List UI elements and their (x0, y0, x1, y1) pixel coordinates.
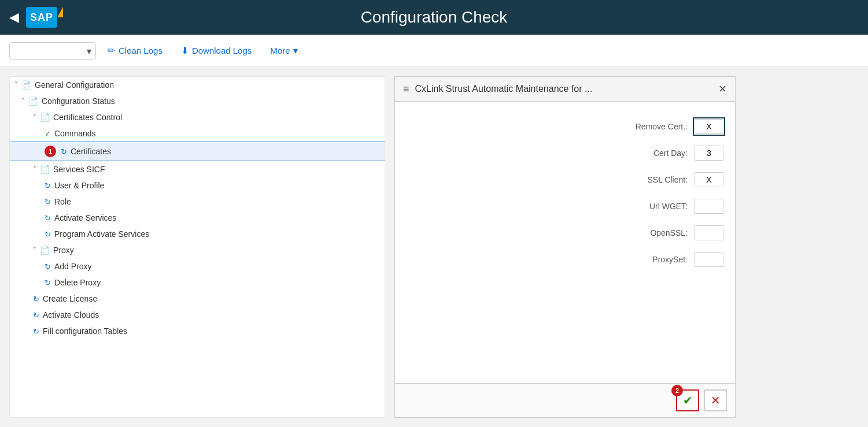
system-select-wrapper (9, 42, 96, 60)
tree-item-user-profile[interactable]: ↻ User & Profile (10, 177, 385, 194)
tree-label: Add Proxy (54, 262, 92, 271)
badge-1: 1 (45, 146, 56, 157)
field-input-openssl[interactable] (695, 225, 723, 240)
chevron-icon: ˅ (33, 113, 36, 121)
back-button[interactable]: ◀ (9, 10, 19, 25)
field-input-proxyset[interactable] (695, 252, 723, 267)
tree-item-add-proxy[interactable]: ↻ Add Proxy (10, 258, 385, 274)
tree-panel: ˅ 📄 General Configuration ˅ 📄 Configurat… (9, 76, 385, 418)
tree-label: Fill configuration Tables (43, 326, 127, 336)
clock-icon: ↻ (45, 279, 51, 287)
clock-icon: ↻ (45, 230, 51, 239)
tree-label: Proxy (53, 246, 74, 255)
toolbar: ✏ Clean Logs ⬇ Download Logs More ▾ (0, 35, 868, 67)
folder-icon: 📄 (40, 113, 50, 122)
download-logs-icon: ⬇ (181, 45, 189, 56)
tree-label: Role (54, 197, 71, 206)
tree-label: Services SICF (53, 165, 105, 174)
tree-item-cert-control[interactable]: ˅ 📄 Certificates Control (10, 109, 385, 125)
tree-label: Commands (54, 129, 96, 138)
form-row-remove-cert: Remove Cert.: (407, 119, 723, 134)
tree-label: Program Activate Services (54, 229, 149, 239)
tree-item-commands[interactable]: ✓ Commands (10, 125, 385, 142)
tree-label: Certificates (71, 147, 111, 156)
form-row-proxyset: ProxySet: (407, 252, 723, 267)
dialog-footer: 2 ✔ ✕ (395, 383, 735, 417)
cancel-icon: ✕ (711, 393, 721, 407)
tree-item-activate-services[interactable]: ↻ Activate Services (10, 210, 385, 226)
dialog-header: ≡ CxLink Strust Automatic Maintenance fo… (395, 77, 735, 102)
tree-label: Create License (43, 294, 97, 303)
download-logs-label: Download Logs (192, 46, 252, 55)
tree-label: User & Profile (54, 181, 104, 190)
field-input-remove-cert[interactable] (695, 119, 723, 134)
tree-item-certificates[interactable]: 1 ↻ Certificates (10, 142, 385, 161)
confirm-button[interactable]: 2 ✔ (676, 389, 699, 411)
tree-item-config-status[interactable]: ˅ 📄 Configuration Status (10, 93, 385, 109)
folder-icon: 📄 (28, 96, 38, 106)
confirm-icon: ✔ (683, 393, 693, 407)
form-row-cert-day: Cert Day: (407, 146, 723, 161)
field-input-url-wget[interactable] (695, 199, 723, 214)
form-row-ssl-client: SSL Client: (407, 172, 723, 187)
tree-label: Activate Services (54, 213, 116, 222)
tree-item-fill-config-tables[interactable]: ↻ Fill configuration Tables (10, 323, 385, 339)
folder-icon: 📄 (40, 165, 50, 174)
chevron-icon: ˅ (33, 165, 36, 173)
clock-icon: ↻ (33, 295, 39, 303)
tree-item-delete-proxy[interactable]: ↻ Delete Proxy (10, 274, 385, 291)
form-row-openssl: OpenSSL: (407, 225, 723, 240)
tree-label: Delete Proxy (54, 278, 101, 287)
tree-item-proxy[interactable]: ˅ 📄 Proxy (10, 242, 385, 258)
more-button[interactable]: More ▾ (263, 42, 305, 60)
cancel-button[interactable]: ✕ (704, 389, 727, 411)
field-input-ssl-client[interactable] (695, 172, 723, 187)
chevron-icon: ˅ (14, 81, 18, 89)
tree-item-services-sicf[interactable]: ˅ 📄 Services SICF (10, 161, 385, 177)
clock-icon: ↻ (45, 214, 51, 222)
tree-item-activate-clouds[interactable]: ↻ Activate Clouds (10, 307, 385, 323)
tree-item-general-config[interactable]: ˅ 📄 General Configuration (10, 77, 385, 93)
main-content: ˅ 📄 General Configuration ˅ 📄 Configurat… (0, 67, 868, 427)
chevron-icon: ˅ (33, 246, 36, 254)
field-input-cert-day[interactable] (695, 146, 723, 161)
chevron-icon: ˅ (21, 97, 25, 105)
tree-label: Certificates Control (53, 113, 122, 122)
page-title: Configuration Check (361, 8, 508, 27)
clock-icon: ↻ (61, 147, 67, 156)
tree-label: Activate Clouds (43, 310, 99, 320)
dialog-close-button[interactable]: ✕ (718, 83, 727, 95)
field-label-ssl-client: SSL Client: (618, 175, 688, 184)
download-logs-button[interactable]: ⬇ Download Logs (174, 42, 258, 60)
dialog-title: CxLink Strust Automatic Maintenance for … (415, 84, 712, 94)
field-label-proxyset: ProxySet: (618, 255, 688, 264)
field-label-openssl: OpenSSL: (618, 228, 688, 237)
system-select[interactable] (9, 42, 96, 60)
clock-icon: ↻ (45, 181, 51, 190)
field-label-url-wget: Url WGET: (618, 202, 688, 211)
clock-icon: ↻ (33, 311, 39, 320)
sap-logo: SAP (26, 7, 57, 28)
clean-logs-button[interactable]: ✏ Clean Logs (101, 42, 169, 60)
clock-icon: ↻ (33, 327, 39, 336)
clock-icon: ↻ (45, 198, 51, 206)
dialog-menu-icon[interactable]: ≡ (403, 83, 409, 95)
dialog-body: Remove Cert.: Cert Day: SSL Client: Url … (395, 102, 735, 383)
badge-2: 2 (671, 385, 683, 396)
tree-item-program-activate[interactable]: ↻ Program Activate Services (10, 226, 385, 242)
clean-logs-label: Clean Logs (119, 46, 162, 55)
form-row-url-wget: Url WGET: (407, 199, 723, 214)
tree-label: Configuration Status (42, 96, 115, 106)
field-label-remove-cert: Remove Cert.: (618, 122, 688, 131)
check-icon: ✓ (45, 129, 51, 138)
field-label-cert-day: Cert Day: (618, 148, 688, 158)
more-chevron-icon: ▾ (293, 45, 298, 56)
tree-item-role[interactable]: ↻ Role (10, 194, 385, 210)
folder-icon: 📄 (21, 80, 31, 90)
tree-item-create-license[interactable]: ↻ Create License (10, 291, 385, 307)
header: ◀ SAP Configuration Check (0, 0, 868, 35)
more-label: More (270, 46, 290, 55)
sap-logo-triangle (57, 7, 63, 17)
sap-logo-box: SAP (26, 7, 57, 28)
clock-icon: ↻ (45, 262, 51, 271)
